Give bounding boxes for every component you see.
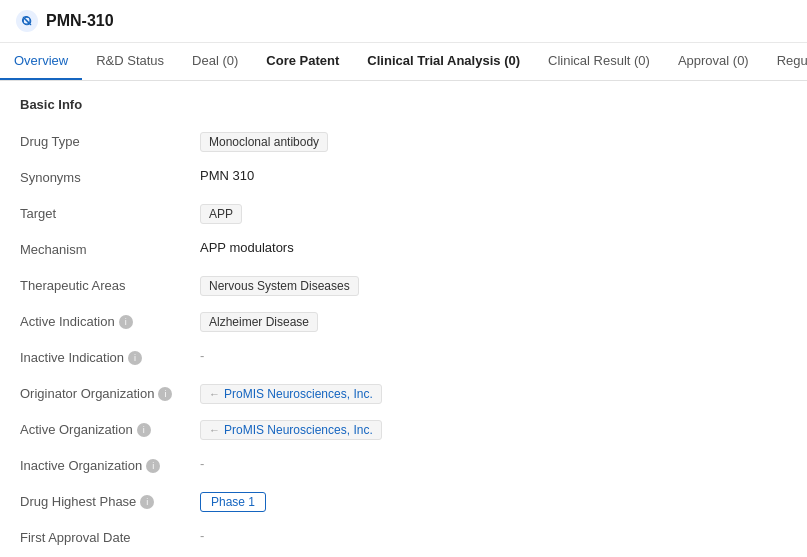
inactive-indication-dash: - bbox=[200, 348, 204, 363]
first-approval-dash: - bbox=[200, 528, 204, 543]
drug-highest-phase-row: Drug Highest Phase i Phase 1 bbox=[20, 484, 787, 520]
first-approval-row: First Approval Date - bbox=[20, 520, 787, 556]
drug-type-value: Monoclonal antibody bbox=[200, 132, 787, 152]
therapeutic-areas-tag: Nervous System Diseases bbox=[200, 276, 359, 296]
active-org-value: ← ProMIS Neurosciences, Inc. bbox=[200, 420, 787, 440]
inactive-org-dash: - bbox=[200, 456, 204, 471]
target-row: Target APP bbox=[20, 196, 787, 232]
mechanism-text: APP modulators bbox=[200, 240, 294, 255]
active-org-tag[interactable]: ← ProMIS Neurosciences, Inc. bbox=[200, 420, 382, 440]
tab-core-patent[interactable]: Core Patent bbox=[252, 43, 353, 80]
drug-type-label: Drug Type bbox=[20, 132, 200, 149]
drug-icon bbox=[16, 10, 38, 32]
synonyms-row: Synonyms PMN 310 bbox=[20, 160, 787, 196]
originator-org-tag[interactable]: ← ProMIS Neurosciences, Inc. bbox=[200, 384, 382, 404]
mechanism-value: APP modulators bbox=[200, 240, 787, 255]
therapeutic-areas-value: Nervous System Diseases bbox=[200, 276, 787, 296]
drug-type-tag: Monoclonal antibody bbox=[200, 132, 328, 152]
page-title: PMN-310 bbox=[46, 12, 114, 30]
drug-highest-phase-label: Drug Highest Phase i bbox=[20, 492, 200, 509]
tab-overview[interactable]: Overview bbox=[0, 43, 82, 80]
drug-highest-phase-tag: Phase 1 bbox=[200, 492, 266, 512]
inactive-org-value: - bbox=[200, 456, 787, 471]
tab-clinical-result[interactable]: Clinical Result (0) bbox=[534, 43, 664, 80]
title-bar: PMN-310 bbox=[0, 0, 807, 43]
tab-rd-status[interactable]: R&D Status bbox=[82, 43, 178, 80]
first-approval-label: First Approval Date bbox=[20, 528, 200, 545]
inactive-indication-info-icon[interactable]: i bbox=[128, 351, 142, 365]
tab-approval[interactable]: Approval (0) bbox=[664, 43, 763, 80]
tab-deal[interactable]: Deal (0) bbox=[178, 43, 252, 80]
mechanism-row: Mechanism APP modulators bbox=[20, 232, 787, 268]
active-org-label: Active Organization i bbox=[20, 420, 200, 437]
target-tag: APP bbox=[200, 204, 242, 224]
section-title: Basic Info bbox=[20, 97, 787, 112]
active-indication-value: Alzheimer Disease bbox=[200, 312, 787, 332]
therapeutic-areas-row: Therapeutic Areas Nervous System Disease… bbox=[20, 268, 787, 304]
inactive-indication-label: Inactive Indication i bbox=[20, 348, 200, 365]
tab-clinical-trial[interactable]: Clinical Trial Analysis (0) bbox=[353, 43, 534, 80]
active-indication-tag: Alzheimer Disease bbox=[200, 312, 318, 332]
active-org-row: Active Organization i ← ProMIS Neuroscie… bbox=[20, 412, 787, 448]
originator-org-value: ← ProMIS Neurosciences, Inc. bbox=[200, 384, 787, 404]
active-org-arrow: ← bbox=[209, 424, 220, 436]
active-org-info-icon[interactable]: i bbox=[137, 423, 151, 437]
inactive-org-info-icon[interactable]: i bbox=[146, 459, 160, 473]
synonyms-text: PMN 310 bbox=[200, 168, 254, 183]
target-label: Target bbox=[20, 204, 200, 221]
first-approval-value: - bbox=[200, 528, 787, 543]
originator-org-row: Originator Organization i ← ProMIS Neuro… bbox=[20, 376, 787, 412]
tab-regulation[interactable]: Regulation (0) bbox=[763, 43, 807, 80]
inactive-indication-value: - bbox=[200, 348, 787, 363]
drug-highest-phase-value: Phase 1 bbox=[200, 492, 787, 512]
inactive-org-row: Inactive Organization i - bbox=[20, 448, 787, 484]
synonyms-value: PMN 310 bbox=[200, 168, 787, 183]
originator-org-info-icon[interactable]: i bbox=[158, 387, 172, 401]
originator-org-arrow: ← bbox=[209, 388, 220, 400]
inactive-indication-row: Inactive Indication i - bbox=[20, 340, 787, 376]
inactive-org-label: Inactive Organization i bbox=[20, 456, 200, 473]
synonyms-label: Synonyms bbox=[20, 168, 200, 185]
drug-type-row: Drug Type Monoclonal antibody bbox=[20, 124, 787, 160]
drug-highest-phase-info-icon[interactable]: i bbox=[140, 495, 154, 509]
svg-line-1 bbox=[25, 19, 30, 24]
main-content: Basic Info Drug Type Monoclonal antibody… bbox=[0, 81, 807, 557]
nav-tabs: Overview R&D Status Deal (0) Core Patent… bbox=[0, 43, 807, 81]
therapeutic-areas-label: Therapeutic Areas bbox=[20, 276, 200, 293]
active-indication-row: Active Indication i Alzheimer Disease bbox=[20, 304, 787, 340]
active-indication-info-icon[interactable]: i bbox=[119, 315, 133, 329]
mechanism-label: Mechanism bbox=[20, 240, 200, 257]
active-indication-label: Active Indication i bbox=[20, 312, 200, 329]
target-value: APP bbox=[200, 204, 787, 224]
originator-org-label: Originator Organization i bbox=[20, 384, 200, 401]
